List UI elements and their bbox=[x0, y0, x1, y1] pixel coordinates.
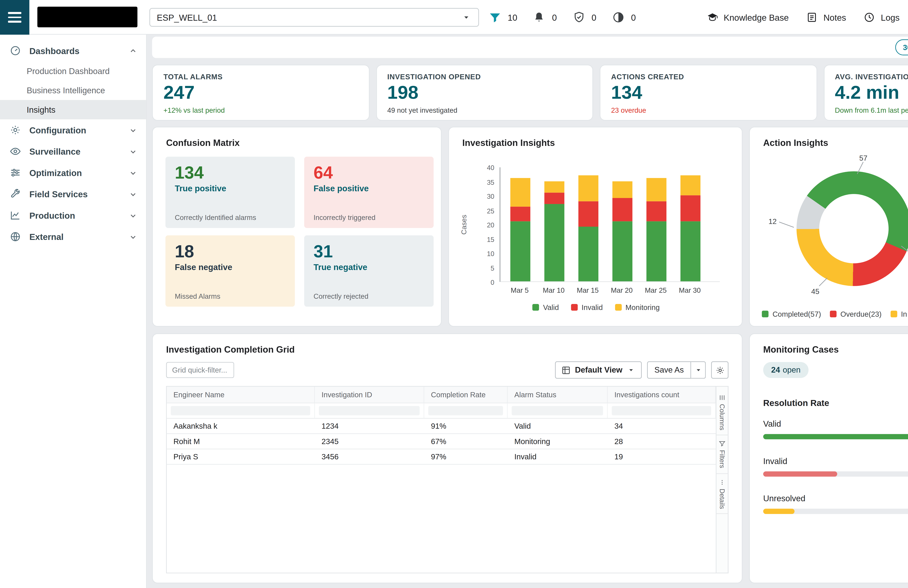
save-as-button[interactable]: Save As bbox=[647, 361, 691, 379]
chevron-down-icon bbox=[128, 232, 138, 242]
confusion-caption: Correctly Identified alarms bbox=[175, 214, 256, 222]
header-nav: Knowledge BaseNotesLogsHelpUser's Name bbox=[706, 0, 908, 35]
table-row[interactable]: Priya S345697%Invalid19 bbox=[167, 449, 716, 464]
sidebar-item-surveillance[interactable]: Surveillance bbox=[0, 141, 146, 162]
kpi-card-actions-created: ACTIONS CREATED13423 overdue bbox=[600, 64, 817, 120]
confusion-value: 64 bbox=[314, 163, 424, 182]
confusion-label: False negative bbox=[175, 262, 285, 272]
column-header-investigation-id[interactable]: Investigation ID bbox=[315, 387, 424, 403]
hamburger-menu-button[interactable] bbox=[0, 0, 29, 35]
kpi-title: INVESTIGATION OPENED bbox=[387, 72, 582, 80]
column-header-engineer-name[interactable]: Engineer Name bbox=[167, 387, 315, 403]
columns-icon bbox=[718, 394, 726, 401]
kpi-card-investigation-opened: INVESTIGATION OPENED19849 not yet invest… bbox=[376, 64, 593, 120]
bar-segment-invalid bbox=[578, 201, 598, 227]
filter-input[interactable] bbox=[612, 406, 711, 415]
table-row[interactable]: Aakanksha k123491%Valid34 bbox=[167, 419, 716, 434]
filter-input[interactable] bbox=[319, 406, 420, 415]
column-header-completion-rate[interactable]: Completion Rate bbox=[424, 387, 507, 403]
confusion-label: False positive bbox=[314, 184, 424, 193]
header-counter-contrast[interactable]: 0 bbox=[612, 11, 636, 24]
table-cell-value: 97% bbox=[431, 453, 446, 461]
resolution-fill bbox=[763, 434, 908, 439]
save-as-caret-button[interactable] bbox=[691, 361, 706, 379]
header-counter-shield-check[interactable]: 0 bbox=[572, 11, 596, 24]
chart-plot-area bbox=[499, 167, 720, 282]
nav-item-knowledge-base[interactable]: Knowledge Base bbox=[706, 11, 789, 23]
investigation-insights-card: Investigation Insights Cases ValidInvali… bbox=[448, 127, 742, 327]
filter-cell-alarm-status[interactable] bbox=[508, 403, 608, 418]
sidebar-subitem-insights[interactable]: Insights bbox=[0, 100, 146, 119]
sidebar-subitem-label: Production Dashboard bbox=[27, 66, 110, 76]
resolution-row-invalid: Invalid28% bbox=[763, 456, 908, 477]
kpi-card-avg-investigation-time: AVG. INVESTIGATION TIME4.2 minDown from … bbox=[824, 64, 908, 120]
filter-input[interactable] bbox=[512, 406, 603, 415]
view-selector-value: Default View bbox=[575, 365, 622, 374]
legend-swatch bbox=[615, 304, 621, 311]
kpi-title: TOTAL ALARMS bbox=[163, 72, 358, 80]
time-filter-30-d[interactable]: 30 d bbox=[895, 39, 908, 55]
sidebar-subitem-business-intelligence[interactable]: Business Intelligence bbox=[0, 80, 146, 100]
sidebar-item-external[interactable]: External bbox=[0, 226, 146, 247]
legend-swatch bbox=[762, 311, 768, 317]
monitoring-cases-title: Monitoring Cases bbox=[763, 345, 839, 355]
filter-cell-investigation-id[interactable] bbox=[315, 403, 424, 418]
table-cell-value: Aakanksha k bbox=[174, 422, 217, 430]
filter-outline-icon bbox=[718, 440, 726, 448]
nav-item-logs[interactable]: Logs bbox=[863, 11, 900, 23]
time-filter-bar: 30 d90 d1 yAll bbox=[152, 37, 908, 58]
sidebar-item-label: Optimization bbox=[29, 168, 128, 178]
nav-item-label: Knowledge Base bbox=[724, 12, 789, 22]
confusion-cell-true-positive: 134True positiveCorrectly Identified ala… bbox=[166, 157, 295, 228]
filter-cell-engineer-name[interactable] bbox=[167, 403, 315, 418]
legend-label: Overdue(23) bbox=[840, 310, 882, 318]
sidebar-item-optimization[interactable]: Optimization bbox=[0, 162, 146, 183]
bar-segment-valid bbox=[578, 227, 598, 281]
table-row[interactable]: Rohit M234567%Monitoring28 bbox=[167, 434, 716, 449]
dashboard-icon bbox=[9, 45, 21, 56]
filter-input[interactable] bbox=[428, 406, 503, 415]
open-cases-count: 24 bbox=[771, 365, 780, 374]
view-selector-dropdown[interactable]: Default View bbox=[555, 361, 642, 379]
grid-quick-filter-input[interactable] bbox=[166, 362, 234, 378]
filter-cell-investigations-count[interactable] bbox=[608, 403, 716, 418]
sidebar-item-configuration[interactable]: Configuration bbox=[0, 119, 146, 141]
kpi-value: 198 bbox=[387, 82, 582, 103]
filter-input[interactable] bbox=[171, 406, 310, 415]
legend-label: In progress(30) bbox=[901, 310, 908, 318]
investigation-grid-card: Investigation Completion Grid Default Vi… bbox=[152, 333, 742, 583]
header-counter-bell[interactable]: 0 bbox=[533, 11, 557, 24]
sidebar-item-dashboards[interactable]: Dashboards bbox=[0, 40, 146, 61]
sidebar-item-production[interactable]: Production bbox=[0, 205, 146, 226]
gear-icon bbox=[715, 365, 725, 375]
bar-mar-30 bbox=[681, 175, 700, 281]
well-selector-dropdown[interactable]: ESP_WELL_01 bbox=[150, 8, 479, 27]
nav-item-notes[interactable]: Notes bbox=[806, 11, 846, 23]
bar-segment-valid bbox=[681, 221, 700, 281]
resolution-label: Unresolved bbox=[763, 494, 805, 503]
table-cell: Rohit M bbox=[167, 434, 315, 448]
table-cell-value: 67% bbox=[431, 437, 446, 445]
grid-settings-button[interactable] bbox=[711, 361, 729, 379]
filter-cell-completion-rate[interactable] bbox=[424, 403, 507, 418]
logs-icon bbox=[863, 11, 876, 23]
sidebar-subitem-production-dashboard[interactable]: Production Dashboard bbox=[0, 61, 146, 81]
side-panel-tab-details[interactable]: Details bbox=[716, 474, 728, 514]
y-tick-label: 25 bbox=[461, 207, 494, 214]
sidebar-item-field-services[interactable]: Field Services bbox=[0, 183, 146, 205]
grid-view-icon bbox=[561, 365, 571, 375]
header-counter-filter[interactable]: 10 bbox=[488, 11, 517, 24]
side-panel-tab-label: Filters bbox=[718, 450, 726, 468]
column-header-alarm-status[interactable]: Alarm Status bbox=[508, 387, 608, 403]
confusion-value: 31 bbox=[314, 242, 424, 261]
table-cell: Invalid bbox=[508, 449, 608, 464]
table-cell-value: Priya S bbox=[174, 453, 198, 461]
column-header-investigations-count[interactable]: Investigations count bbox=[608, 387, 716, 403]
kpi-value: 4.2 min bbox=[835, 82, 908, 103]
side-panel-tab-filters[interactable]: Filters bbox=[716, 435, 728, 474]
well-selector-value: ESP_WELL_01 bbox=[157, 12, 217, 22]
side-panel-tab-columns[interactable]: Columns bbox=[716, 389, 728, 435]
resolution-track bbox=[763, 434, 908, 439]
confusion-label: True negative bbox=[314, 262, 424, 272]
legend-swatch bbox=[533, 304, 539, 311]
